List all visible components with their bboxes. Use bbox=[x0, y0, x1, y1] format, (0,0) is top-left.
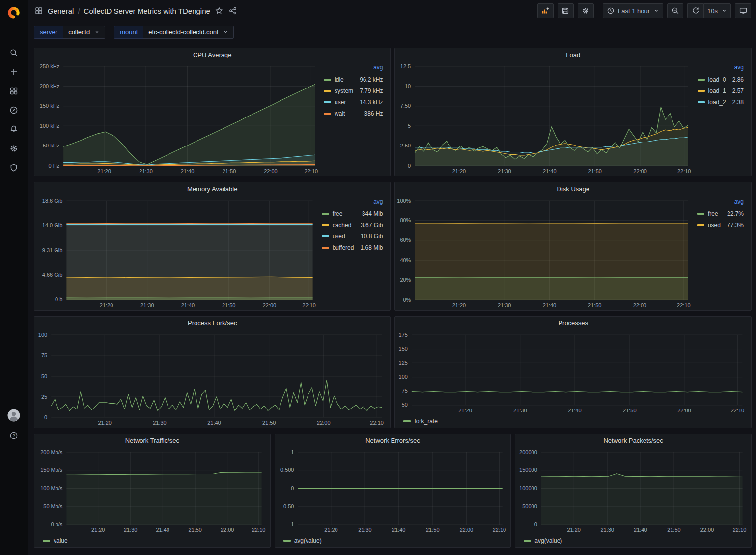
refresh-button[interactable] bbox=[687, 3, 703, 18]
variable-mount-label: mount bbox=[114, 26, 143, 39]
legend-swatch bbox=[322, 224, 329, 226]
zoom-out-button[interactable] bbox=[667, 3, 683, 18]
legend-item-free[interactable]: free bbox=[697, 208, 721, 219]
sidebar-item-home[interactable] bbox=[4, 4, 24, 21]
sidebar-item-configuration[interactable] bbox=[3, 139, 25, 158]
user-profile-button[interactable] bbox=[3, 409, 25, 422]
legend: value bbox=[36, 534, 269, 547]
legend-item-system[interactable]: system bbox=[324, 85, 353, 96]
panel-title-network-errors-sec[interactable]: Network Errors/sec bbox=[275, 434, 511, 447]
legend-swatch bbox=[697, 224, 704, 226]
chart-load[interactable]: 02.5057.501012.521:2021:3021:4021:5022:0… bbox=[396, 61, 695, 175]
panel-title-network-traffic-sec[interactable]: Network Traffic/sec bbox=[34, 434, 270, 447]
svg-text:0 Hz: 0 Hz bbox=[49, 163, 60, 169]
svg-text:21:50: 21:50 bbox=[667, 527, 681, 533]
help-button[interactable]: ? bbox=[3, 429, 25, 442]
dashboard-settings-button[interactable] bbox=[578, 3, 594, 18]
legend: avgidle96.2 kHzsystem7.79 kHzuser14.3 kH… bbox=[322, 61, 389, 175]
legend-item-free[interactable]: free bbox=[322, 208, 354, 219]
shield-icon bbox=[9, 163, 18, 172]
svg-text:22:00: 22:00 bbox=[633, 302, 647, 308]
svg-text:22:00: 22:00 bbox=[221, 527, 234, 533]
save-dashboard-button[interactable] bbox=[558, 3, 574, 18]
legend-item-avg-value[interactable]: avg(value) bbox=[283, 537, 322, 544]
panel-title-processes[interactable]: Processes bbox=[395, 317, 751, 330]
view-mode-button[interactable] bbox=[735, 3, 751, 18]
panel-title-network-packets-sec[interactable]: Network Packets/sec bbox=[515, 434, 751, 447]
panel-network-traffic-sec: Network Traffic/sec0 b/s50 Mb/s100 Mb/s1… bbox=[34, 434, 271, 548]
variable-server-value[interactable]: collectd bbox=[63, 26, 105, 39]
panel-network-errors-sec: Network Errors/sec-1-0.5000.500121:2021:… bbox=[275, 434, 511, 548]
chart-disk-usage[interactable]: 0%20%40%60%80%100%21:2021:3021:4021:5022… bbox=[396, 196, 695, 310]
legend-item-load-2[interactable]: load_2 bbox=[698, 96, 726, 108]
sidebar-item-alerting[interactable] bbox=[3, 119, 25, 139]
chart-cpu-average[interactable]: 0 Hz50 kHz100 kHz150 kHz200 kHz250 kHz21… bbox=[36, 61, 322, 175]
legend-item-wait[interactable]: wait bbox=[324, 108, 353, 119]
sidebar-item-explore[interactable] bbox=[3, 100, 25, 119]
panel-title-load[interactable]: Load bbox=[395, 48, 751, 61]
sidebar-item-dashboards[interactable] bbox=[3, 81, 25, 100]
svg-text:22:00: 22:00 bbox=[263, 302, 277, 308]
legend-item-buffered[interactable]: buffered bbox=[322, 242, 354, 253]
time-picker-button[interactable]: Last 1 hour bbox=[603, 3, 663, 18]
legend-item-used[interactable]: used bbox=[322, 231, 354, 242]
dashboard-grid: CPU Average0 Hz50 kHz100 kHz150 kHz200 k… bbox=[28, 42, 756, 555]
sidebar-item-create[interactable] bbox=[3, 62, 25, 81]
legend-value: 344 Mib bbox=[360, 208, 383, 219]
left-sidebar: ? bbox=[0, 0, 28, 555]
breadcrumb-folder[interactable]: General bbox=[48, 7, 74, 15]
monitor-icon bbox=[739, 7, 747, 15]
svg-text:22:10: 22:10 bbox=[677, 168, 691, 174]
star-dashboard-button[interactable] bbox=[214, 6, 224, 16]
svg-text:22:00: 22:00 bbox=[264, 168, 278, 174]
chart-memory-available[interactable]: 0 b4.66 Gib9.31 Gib14.0 Gib18.6 Gib21:20… bbox=[36, 196, 320, 310]
legend: avgfree22.7%used77.3% bbox=[695, 196, 750, 310]
legend-item-user[interactable]: user bbox=[324, 96, 353, 108]
chart-processes[interactable]: 507510012515017521:2021:3021:4021:5022:0… bbox=[396, 330, 750, 415]
panel-title-memory-available[interactable]: Memory Available bbox=[34, 182, 390, 196]
legend-avg-header[interactable]: avg bbox=[727, 197, 744, 206]
svg-text:21:20: 21:20 bbox=[452, 168, 466, 174]
panel-title-process-fork-sec[interactable]: Process Fork/sec bbox=[34, 317, 390, 330]
svg-text:21:50: 21:50 bbox=[223, 168, 236, 174]
chart-network-errors-sec[interactable]: -1-0.5000.500121:2021:3021:4021:5022:002… bbox=[277, 447, 509, 534]
legend-avg-header[interactable]: avg bbox=[732, 62, 744, 72]
legend-item-used[interactable]: used bbox=[697, 219, 721, 231]
legend-item-cached[interactable]: cached bbox=[322, 219, 354, 231]
panel-title-disk-usage[interactable]: Disk Usage bbox=[395, 182, 751, 196]
panel-title-cpu-average[interactable]: CPU Average bbox=[34, 48, 390, 61]
chart-network-traffic-sec[interactable]: 0 b/s50 Mb/s100 Mb/s150 Mb/s200 Mb/s21:2… bbox=[36, 447, 269, 534]
share-dashboard-button[interactable] bbox=[228, 6, 238, 16]
svg-text:22:10: 22:10 bbox=[302, 302, 316, 308]
chart-network-packets-sec[interactable]: 05000010000015000020000021:2021:3021:402… bbox=[517, 447, 750, 534]
legend-item-fork-rate[interactable]: fork_rate bbox=[403, 418, 437, 425]
gear-icon bbox=[9, 144, 18, 153]
svg-text:22:10: 22:10 bbox=[492, 527, 506, 533]
legend-item-idle[interactable]: idle bbox=[324, 74, 353, 85]
variable-mount-value[interactable]: etc-collectd-collectd.conf bbox=[143, 26, 233, 39]
svg-text:-0.50: -0.50 bbox=[281, 503, 294, 509]
refresh-interval-button[interactable]: 10s bbox=[703, 3, 731, 18]
share-icon bbox=[229, 7, 237, 15]
panel-process-fork-sec: Process Fork/sec025507510021:2021:3021:4… bbox=[34, 316, 391, 428]
grafana-app: ? General / CollectD Server Metrics with… bbox=[0, 0, 756, 555]
svg-text:?: ? bbox=[12, 433, 15, 438]
legend-item-load-1[interactable]: load_1 bbox=[698, 85, 726, 96]
clock-icon bbox=[607, 7, 615, 15]
legend-item-load-0[interactable]: load_0 bbox=[698, 74, 726, 85]
add-panel-icon bbox=[541, 7, 549, 15]
svg-text:2.50: 2.50 bbox=[400, 143, 411, 148]
svg-text:25: 25 bbox=[41, 394, 47, 400]
legend-item-value[interactable]: value bbox=[43, 537, 68, 544]
sidebar-item-search[interactable] bbox=[3, 43, 25, 62]
legend-avg-header[interactable]: avg bbox=[360, 197, 383, 206]
chart-process-fork-sec[interactable]: 025507510021:2021:3021:4021:5022:0022:10 bbox=[36, 330, 389, 427]
legend-swatch bbox=[324, 113, 331, 115]
svg-text:22:10: 22:10 bbox=[677, 302, 691, 308]
dashboard-title[interactable]: CollectD Server Metrics with TDengine bbox=[84, 7, 210, 15]
legend-avg-header[interactable]: avg bbox=[360, 62, 383, 72]
legend-swatch bbox=[322, 213, 329, 215]
legend-item-avg-value[interactable]: avg(value) bbox=[524, 537, 562, 544]
add-panel-button[interactable] bbox=[537, 3, 554, 18]
sidebar-item-server-admin[interactable] bbox=[3, 158, 25, 177]
